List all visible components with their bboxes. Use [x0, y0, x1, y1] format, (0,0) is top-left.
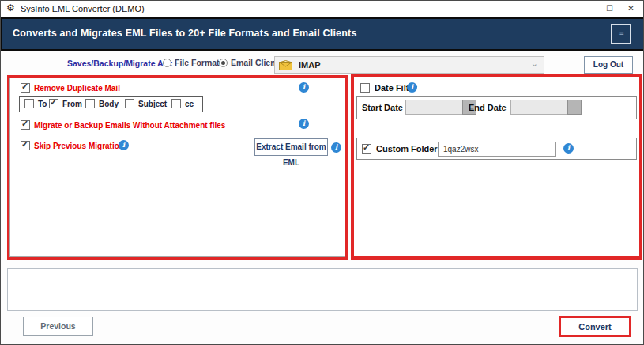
- app-window: ⚙ SysInfo EML Converter (DEMO) – ☐ ✕ Con…: [0, 0, 644, 345]
- skip-previous-migration-checkbox[interactable]: ✓ Skip Previous Migration: [21, 141, 124, 150]
- radio-circle-icon[interactable]: [163, 59, 171, 67]
- app-gear-icon: ⚙: [6, 2, 15, 13]
- convert-button[interactable]: Convert: [561, 318, 629, 335]
- dedupe-subject-label: Subject: [138, 100, 167, 108]
- dedupe-checkbox-subject[interactable]: Subject: [125, 99, 167, 108]
- start-date-picker[interactable]: [405, 100, 476, 115]
- dedupe-to-label: To: [38, 100, 47, 108]
- dedupe-checkbox-body[interactable]: Body: [85, 99, 119, 108]
- end-date-field[interactable]: [510, 100, 567, 115]
- chevron-down-icon[interactable]: ⌄: [531, 59, 538, 69]
- mail-options-panel: ✓ Remove Duplicate Mail i To ✓ From Body…: [7, 75, 348, 260]
- radio-file-formats[interactable]: File Formats: [163, 58, 224, 67]
- info-icon-extract-email[interactable]: i: [331, 142, 341, 153]
- dedupe-cc-label: cc: [185, 100, 194, 108]
- migrate-without-attachment-checkbox[interactable]: ✓ Migrate or Backup Emails Without Attac…: [21, 120, 225, 130]
- checkbox-icon[interactable]: [125, 99, 134, 108]
- dedupe-checkbox-from[interactable]: ✓ From: [49, 99, 82, 108]
- remove-duplicate-checkbox[interactable]: ✓ Remove Duplicate Mail: [21, 83, 120, 93]
- radio-email-clients[interactable]: Email Clients: [219, 58, 283, 67]
- info-icon-migrate-without-attachment[interactable]: i: [299, 119, 309, 129]
- skip-previous-migration-label: Skip Previous Migration: [34, 142, 124, 150]
- logout-button[interactable]: Log Out: [584, 56, 633, 74]
- start-date-field[interactable]: [405, 100, 462, 115]
- radio-circle-selected-icon[interactable]: [219, 59, 228, 67]
- minimize-icon[interactable]: –: [578, 1, 599, 17]
- checkbox-icon[interactable]: [24, 99, 34, 108]
- status-log-area: [7, 268, 638, 311]
- extract-email-button[interactable]: Extract Email from EML: [254, 138, 328, 156]
- checkbox-checked-icon[interactable]: ✓: [21, 120, 30, 130]
- previous-button[interactable]: Previous: [23, 317, 93, 336]
- page-title: Converts and Migrates EML Files to 20+ F…: [13, 19, 357, 48]
- end-date-label: End Date: [469, 103, 507, 112]
- end-date-dropdown-icon[interactable]: [567, 100, 582, 115]
- dedupe-checkbox-cc[interactable]: cc: [171, 99, 194, 108]
- title-bar: ⚙ SysInfo EML Converter (DEMO) – ☐ ✕: [1, 1, 643, 17]
- checkbox-icon[interactable]: [360, 83, 370, 93]
- dedupe-body-label: Body: [99, 100, 119, 108]
- date-filter-panel: Date Filter i Start Date End Date ✓ Cust…: [351, 74, 642, 260]
- remove-duplicate-label: Remove Duplicate Mail: [34, 84, 120, 93]
- window-title: SysInfo EML Converter (DEMO): [21, 4, 145, 13]
- info-icon-remove-duplicate[interactable]: i: [299, 82, 309, 93]
- dedupe-from-label: From: [62, 100, 82, 108]
- target-format-dropdown[interactable]: IMAP ⌄: [274, 56, 544, 74]
- info-icon-custom-folder[interactable]: i: [563, 143, 574, 154]
- checkbox-checked-icon[interactable]: ✓: [49, 99, 58, 108]
- radio-file-formats-label: File Formats: [175, 58, 224, 67]
- checkbox-icon[interactable]: [171, 99, 181, 108]
- info-icon-skip-previous[interactable]: i: [119, 140, 129, 150]
- checkbox-checked-icon[interactable]: ✓: [21, 83, 30, 93]
- header-banner: Converts and Migrates EML Files to 20+ F…: [1, 17, 644, 51]
- start-date-label: Start Date: [362, 103, 403, 112]
- checkbox-icon[interactable]: [85, 99, 95, 108]
- dedupe-checkbox-to[interactable]: To: [24, 99, 47, 108]
- custom-folder-box: ✓ Custom Folder Name i: [356, 138, 637, 160]
- checkbox-checked-icon[interactable]: ✓: [362, 144, 371, 154]
- dedupe-fields-box: To ✓ From Body Subject cc: [19, 96, 203, 112]
- migrate-without-attachment-label: Migrate or Backup Emails Without Attachm…: [34, 121, 225, 130]
- checkbox-checked-icon[interactable]: ✓: [21, 141, 30, 150]
- window-controls: – ☐ ✕: [578, 1, 642, 17]
- hamburger-menu-icon[interactable]: ≡: [611, 24, 631, 44]
- custom-folder-input[interactable]: [438, 142, 556, 157]
- end-date-picker[interactable]: [510, 100, 582, 115]
- imap-envelope-icon: [279, 60, 292, 70]
- maximize-icon[interactable]: ☐: [599, 1, 620, 17]
- saves-migrate-as-label: Saves/Backup/Migrate As :: [67, 59, 173, 68]
- date-range-box: Start Date End Date: [356, 96, 637, 119]
- info-icon-date-filter[interactable]: i: [407, 82, 417, 93]
- convert-highlight-frame: Convert: [559, 316, 631, 337]
- close-icon[interactable]: ✕: [620, 1, 642, 17]
- target-format-value: IMAP: [299, 60, 321, 70]
